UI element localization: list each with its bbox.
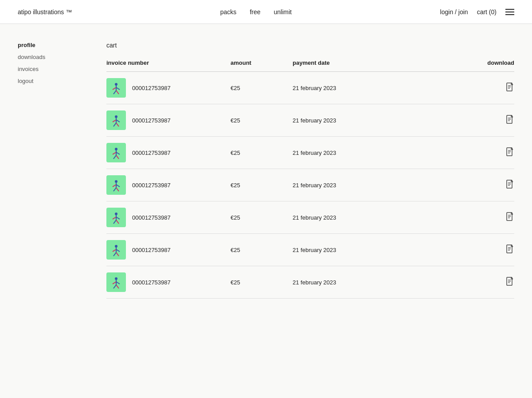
svg-line-34	[113, 188, 116, 191]
svg-line-4	[113, 91, 116, 94]
svg-line-14	[113, 123, 116, 126]
download-button[interactable]	[506, 244, 514, 256]
svg-line-24	[113, 155, 116, 159]
invoice-thumbnail	[106, 240, 126, 260]
invoice-number: 000012753987	[132, 117, 171, 124]
invoice-thumbnail	[106, 143, 126, 162]
invoice-number: 000012753987	[132, 279, 171, 286]
nav-login[interactable]: login / join	[440, 8, 468, 16]
nav-right: login / join cart (0)	[440, 8, 514, 16]
col-header-invoice: invoice number	[106, 59, 231, 72]
invoice-amount-cell: €25	[231, 169, 293, 201]
invoice-date-cell: 21 february 2023	[293, 169, 381, 201]
invoice-date: 21 february 2023	[293, 85, 336, 91]
download-button[interactable]	[506, 115, 514, 126]
nav-link-packs[interactable]: packs	[220, 8, 237, 16]
nav-cart[interactable]: cart (0)	[477, 8, 497, 16]
invoice-number-cell: 000012753987	[106, 104, 231, 137]
table-row: 000012753987 €25 21 february 2023	[106, 104, 514, 137]
invoice-thumbnail	[106, 175, 126, 195]
table-head: invoice number amount payment date downl…	[106, 59, 514, 72]
invoice-date: 21 february 2023	[293, 279, 336, 286]
invoice-number: 000012753987	[132, 150, 171, 156]
table-row: 000012753987 €25 21 february 2023	[106, 72, 514, 104]
svg-point-0	[115, 83, 117, 86]
invoice-download-cell	[381, 201, 514, 234]
svg-point-20	[115, 148, 117, 150]
navbar: atipo illustrations ™ packs free unlimit…	[0, 0, 532, 24]
download-button[interactable]	[506, 180, 514, 191]
svg-line-53	[116, 249, 120, 252]
svg-line-55	[116, 252, 119, 256]
svg-line-63	[116, 282, 120, 284]
sidebar-item-invoices[interactable]: invoices	[18, 66, 98, 72]
invoice-download-cell	[381, 234, 514, 266]
invoice-download-cell	[381, 266, 514, 299]
invoice-amount-cell: €25	[231, 266, 293, 299]
svg-point-50	[115, 245, 117, 248]
invoice-download-cell	[381, 137, 514, 169]
svg-line-45	[116, 220, 119, 224]
main-content: cart invoice number amount payment date …	[98, 42, 514, 380]
svg-line-2	[113, 87, 116, 90]
svg-line-33	[116, 185, 120, 187]
invoice-amount: €25	[231, 182, 240, 189]
svg-line-22	[113, 152, 116, 154]
invoice-amount: €25	[231, 247, 240, 253]
nav-link-unlimit[interactable]: unlimit	[274, 8, 292, 16]
download-button[interactable]	[506, 212, 514, 223]
table-row: 000012753987 €25 21 february 2023	[106, 169, 514, 201]
invoice-date-cell: 21 february 2023	[293, 137, 381, 169]
invoice-date: 21 february 2023	[293, 150, 336, 156]
svg-point-60	[115, 277, 117, 280]
sidebar-item-logout[interactable]: logout	[18, 78, 98, 84]
invoice-amount: €25	[231, 85, 240, 91]
svg-line-35	[116, 188, 119, 191]
svg-line-52	[113, 249, 116, 252]
invoice-date-cell: 21 february 2023	[293, 104, 381, 137]
svg-line-12	[113, 120, 116, 122]
sidebar-item-downloads[interactable]: downloads	[18, 54, 98, 60]
invoice-number: 000012753987	[132, 182, 171, 189]
download-button[interactable]	[506, 277, 514, 288]
invoice-date: 21 february 2023	[293, 182, 336, 189]
svg-line-42	[113, 217, 116, 219]
svg-line-3	[116, 87, 120, 90]
page-layout: profile downloads invoices logout cart i…	[0, 24, 532, 398]
download-button[interactable]	[506, 147, 514, 158]
invoice-date-cell: 21 february 2023	[293, 266, 381, 299]
svg-line-64	[113, 285, 116, 288]
invoice-thumbnail	[106, 78, 126, 98]
download-button[interactable]	[506, 83, 514, 94]
invoice-amount: €25	[231, 279, 240, 286]
invoice-download-cell	[381, 72, 514, 104]
invoice-amount-cell: €25	[231, 137, 293, 169]
table-row: 000012753987 €25 21 february 2023	[106, 137, 514, 169]
nav-logo: atipo illustrations ™	[18, 8, 72, 16]
invoice-thumbnail	[106, 208, 126, 227]
invoice-download-cell	[381, 104, 514, 137]
invoice-table: invoice number amount payment date downl…	[106, 59, 514, 299]
svg-line-43	[116, 217, 120, 219]
svg-point-30	[115, 180, 117, 183]
invoice-download-cell	[381, 169, 514, 201]
svg-line-44	[113, 220, 116, 224]
col-header-date: payment date	[293, 59, 381, 72]
invoice-amount-cell: €25	[231, 104, 293, 137]
invoice-date-cell: 21 february 2023	[293, 201, 381, 234]
invoice-number-cell: 000012753987	[106, 234, 231, 266]
invoice-number: 000012753987	[132, 214, 171, 221]
invoice-amount: €25	[231, 117, 240, 124]
svg-line-65	[116, 285, 119, 288]
col-header-download: download	[381, 59, 514, 72]
invoice-date: 21 february 2023	[293, 117, 336, 124]
svg-line-62	[113, 282, 116, 284]
table-row: 000012753987 €25 21 february 2023	[106, 266, 514, 299]
hamburger-menu[interactable]	[505, 9, 514, 15]
invoice-date-cell: 21 february 2023	[293, 72, 381, 104]
invoice-number-cell: 000012753987	[106, 201, 231, 234]
invoice-number-cell: 000012753987	[106, 169, 231, 201]
nav-link-free[interactable]: free	[250, 8, 260, 16]
sidebar-item-profile[interactable]: profile	[18, 42, 98, 48]
svg-line-23	[116, 152, 120, 154]
